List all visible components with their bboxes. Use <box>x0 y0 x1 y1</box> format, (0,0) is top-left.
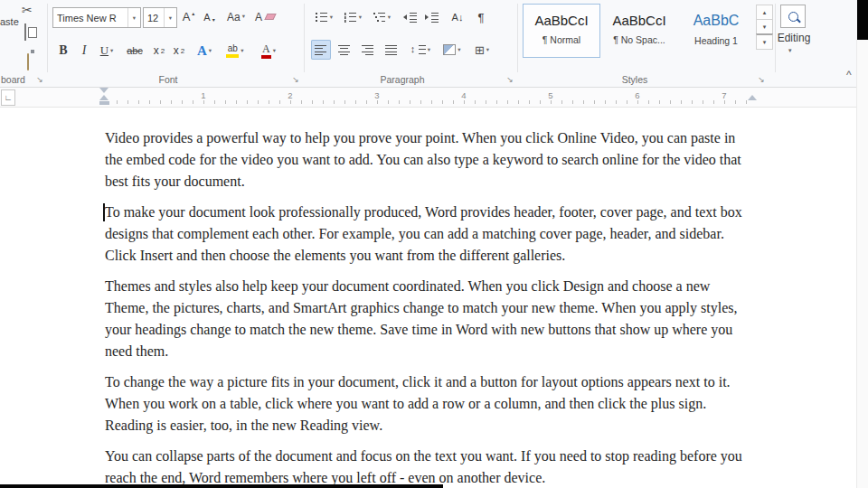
align-left-button[interactable] <box>311 40 331 60</box>
sort-button[interactable]: A↓ <box>447 7 468 27</box>
styles-group-label: Styles <box>608 74 662 85</box>
align-center-button[interactable] <box>335 40 354 60</box>
decrease-indent-button[interactable] <box>400 7 420 27</box>
change-case-label: Aa <box>227 11 241 23</box>
line-spacing-icon <box>410 44 426 56</box>
text-effects-button[interactable]: A▾ <box>192 40 217 61</box>
ribbon: ✂ aste Times New R ▾ 12 ▾ A▴ A▾ Aa▾ A B … <box>0 0 868 88</box>
chevron-down-icon: ▾ <box>486 47 489 53</box>
collapse-ribbon-chevron[interactable]: ^ <box>846 69 852 81</box>
paragraph[interactable]: Video provides a powerful way to help yo… <box>105 127 756 192</box>
style-sample-text: AaBbCcI <box>524 13 599 28</box>
vertical-scrollbar[interactable] <box>856 40 868 488</box>
horizontal-ruler: ∟ 1 2 3 4 5 6 7 <box>0 88 868 108</box>
ruler-mark: 4 <box>455 90 473 100</box>
ruler-mark: 5 <box>542 90 560 100</box>
show-paragraph-marks-button[interactable]: ¶ <box>472 7 490 27</box>
style-name-label: ¶ Normal <box>524 34 599 45</box>
styles-dialog-launcher[interactable]: ↘ <box>756 74 767 85</box>
superscript-base: x <box>174 44 179 57</box>
right-indent-marker[interactable] <box>748 95 757 100</box>
style-no-spacing[interactable]: AaBbCcI ¶ No Spac... <box>600 4 678 58</box>
editing-menu-label[interactable]: Editing <box>769 32 819 44</box>
ruler-mark: 3 <box>368 90 386 100</box>
paragraph[interactable]: Themes and styles also help keep your do… <box>105 276 756 362</box>
paragraph[interactable]: You can collapse parts of the document a… <box>105 446 756 488</box>
change-case-button[interactable]: Aa▾ <box>222 7 250 26</box>
borders-button[interactable]: ⊞▾ <box>468 40 495 60</box>
underline-label: U <box>100 43 108 58</box>
chevron-down-icon: ▾ <box>458 47 460 53</box>
down-mark-icon: ▾ <box>212 17 215 23</box>
clipboard-dialog-launcher[interactable]: ↘ <box>34 74 45 85</box>
grow-font-button[interactable]: A▴ <box>179 7 198 26</box>
shading-icon <box>443 44 456 55</box>
subscript-mark: 2 <box>161 47 165 55</box>
subscript-button[interactable]: x2 <box>150 40 168 61</box>
strikethrough-button[interactable]: abc <box>123 40 146 61</box>
style-heading-1[interactable]: AaBbC Heading 1 <box>678 4 754 58</box>
shrink-font-button[interactable]: A▾ <box>200 7 219 26</box>
find-button[interactable] <box>780 5 806 28</box>
chevron-down-icon: ▾ <box>241 48 243 54</box>
justify-icon <box>385 44 398 56</box>
format-painter-icon[interactable] <box>27 53 29 70</box>
bold-button[interactable]: B <box>54 40 72 61</box>
font-color-label: A <box>262 43 270 54</box>
document-page[interactable]: Video provides a powerful way to help yo… <box>105 108 756 488</box>
font-color-button[interactable]: A ▾ <box>255 40 282 61</box>
multilevel-list-button[interactable]: ▾ <box>369 7 394 27</box>
first-line-indent-marker[interactable] <box>99 88 108 93</box>
clear-formatting-button[interactable]: A <box>253 7 277 26</box>
font-name-combobox[interactable]: Times New R ▾ <box>52 7 141 28</box>
chevron-down-icon: ▾ <box>388 14 391 21</box>
clipboard-group-label: board <box>1 74 25 85</box>
increase-indent-icon <box>425 12 439 23</box>
font-size-value: 12 <box>144 13 164 23</box>
up-mark-icon: ▴ <box>192 11 194 16</box>
line-spacing-button[interactable]: ▾ <box>407 40 434 60</box>
italic-button[interactable]: I <box>76 40 92 61</box>
document-canvas[interactable]: Video provides a powerful way to help yo… <box>0 108 857 488</box>
align-left-icon <box>315 44 327 56</box>
chevron-down-icon: ▾ <box>209 48 212 54</box>
hanging-indent-marker[interactable] <box>99 95 108 100</box>
styles-scroll-up-button[interactable]: ▴ <box>756 5 773 20</box>
paragraph[interactable]: To change the way a picture fits in your… <box>105 371 756 436</box>
multilevel-list-icon <box>373 12 386 23</box>
copy-icon[interactable] <box>24 23 26 41</box>
bullets-button[interactable]: ▾ <box>311 7 336 27</box>
paste-button-label[interactable]: aste <box>0 16 19 27</box>
group-divider <box>47 4 48 72</box>
clear-formatting-label: A <box>255 11 262 23</box>
paragraph-dialog-launcher[interactable]: ↘ <box>505 74 515 85</box>
ruler-ticks <box>117 100 753 104</box>
grow-font-label: A <box>183 10 191 23</box>
font-dialog-launcher[interactable]: ↘ <box>290 74 301 85</box>
superscript-button[interactable]: x2 <box>170 40 188 61</box>
paragraph[interactable]: To make your document look professionall… <box>105 202 756 267</box>
justify-button[interactable] <box>382 40 401 60</box>
align-right-button[interactable] <box>358 40 378 60</box>
editing-chevron-down-icon[interactable]: ▾ <box>788 47 792 54</box>
highlight-swatch <box>226 54 239 58</box>
window-edge-strip <box>857 0 868 40</box>
style-sample-text: AaBbC <box>679 13 753 29</box>
increase-indent-button[interactable] <box>421 7 441 27</box>
numbering-button[interactable]: ▾ <box>340 7 365 27</box>
chevron-down-icon: ▾ <box>110 48 113 54</box>
shading-button[interactable]: ▾ <box>439 40 465 60</box>
subscript-base: x <box>154 44 159 57</box>
tab-selector[interactable]: ∟ <box>1 89 15 106</box>
left-indent-marker[interactable] <box>99 101 109 105</box>
style-normal[interactable]: AaBbCcI ¶ Normal <box>523 4 600 58</box>
text-highlight-button[interactable]: ab ▾ <box>221 40 250 61</box>
chevron-down-icon[interactable]: ▾ <box>164 8 176 27</box>
chevron-down-icon[interactable]: ▾ <box>127 8 140 27</box>
align-right-icon <box>362 44 374 56</box>
decrease-indent-icon <box>403 12 417 23</box>
chevron-down-icon: ▾ <box>359 14 362 21</box>
cut-scissors-icon[interactable]: ✂ <box>22 3 33 17</box>
font-size-combobox[interactable]: 12 ▾ <box>143 7 177 28</box>
underline-button[interactable]: U▾ <box>94 40 119 61</box>
